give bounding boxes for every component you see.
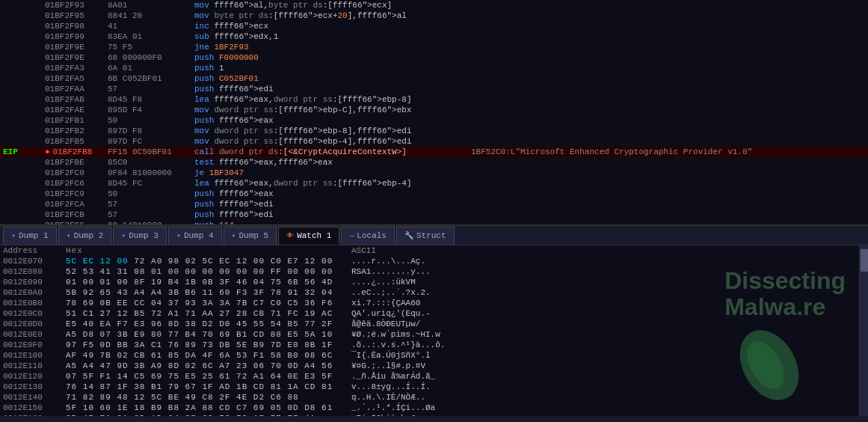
disasm-row[interactable]: 01BF2FAA 57 push ffff66">edi: [0, 84, 868, 94]
arrow-col: [0, 189, 45, 199]
disasm-row[interactable]: 01BF2FCB 57 push ffff66">edi: [0, 210, 868, 220]
disasm-row[interactable]: 01BF2FB5 897D FC mov dword ptr ss:[ffff6…: [0, 136, 868, 147]
hex-col: 57: [105, 199, 187, 210]
hex-col: 0F84 81000000: [105, 168, 187, 178]
arrow-col: [0, 168, 45, 178]
tab-label: Dump 2: [74, 231, 104, 240]
tab-dump2[interactable]: ▪Dump 2: [58, 227, 112, 245]
disasm-row[interactable]: 01BF2FB2 897D F8 mov dword ptr ss:[ffff6…: [0, 126, 868, 136]
dump-row[interactable]: 0012E080 52 53 41 31 08 01 00 00 00 00 0…: [0, 266, 859, 277]
dump-row[interactable]: 0012E0B0 78 69 0B EE CC 04 37 93 3A 3A 7…: [0, 298, 859, 308]
comment-col: 1BF52C0:L"Microsoft Enhanced Cryptograph…: [471, 147, 868, 157]
dump-hex: E5 40 EA F7 E3 96 8D 38 D2 D0 45 55 54 B…: [60, 319, 344, 329]
mnemonic: push: [194, 189, 214, 198]
dump-addr: 0012E100: [0, 350, 60, 361]
arrow-col: [0, 220, 45, 224]
tab-watch1[interactable]: 👁Watch 1: [278, 227, 339, 245]
dump-row[interactable]: 0012E110 A5 A4 47 9D 3B A9 8D 02 6C A7 2…: [0, 361, 859, 371]
comment-col: [471, 63, 868, 73]
dump-hex: 07 5F F1 14 C5 69 75 E5 25 61 72 A1 64 0…: [60, 371, 344, 382]
mnemonic: push: [194, 116, 214, 125]
mnemonic: mov: [194, 11, 209, 20]
disasm-row[interactable]: 01BF2FC9 50 push ffff66">eax: [0, 189, 868, 199]
tab-dump4[interactable]: ▪Dump 4: [168, 227, 222, 245]
dump-row[interactable]: 0012E140 71 82 89 48 12 5C BE 49 C8 2F 4…: [0, 392, 859, 403]
dump-row[interactable]: 0012E100 AF 49 7B 02 CB 61 85 DA 4F 6A 5…: [0, 350, 859, 361]
hex-col: FF15 0C50BF01: [105, 147, 187, 157]
hex-col: 8A01: [105, 0, 187, 10]
disasm-row[interactable]: 01BF2FA5 6B C052BF01 push C052BF01: [0, 73, 868, 84]
disasm-row[interactable]: 01BF2FCA 57 push ffff66">edi: [0, 199, 868, 210]
dump-table: Address Hex ASCII 0012E070 5C EC 12 00 7…: [0, 245, 859, 416]
hex-col: 57: [105, 84, 187, 94]
addr-col: 01BF2F98: [45, 21, 105, 31]
addr-col: 01BF2FB5: [45, 136, 105, 147]
dump-row[interactable]: 0012E0F0 97 F5 0D BB 3A C1 76 89 73 DB 5…: [0, 340, 859, 350]
mnemonic: push: [194, 64, 214, 73]
arrow-col: [0, 210, 45, 220]
tab-dump3[interactable]: ▪Dump 3: [113, 227, 167, 245]
dump-row[interactable]: 0012E070 5C EC 12 00 72 A0 98 02 5C EC 1…: [0, 256, 859, 266]
disasm-col: mov dword ptr ss:[ffff66">ebp-8],ffff66"…: [187, 126, 471, 136]
disasm-row[interactable]: 01BF2F95 8841 20 mov byte ptr ds:[ffff66…: [0, 10, 868, 21]
disasm-row[interactable]: 01BF2FAE 895D F4 mov dword ptr ss:[ffff6…: [0, 105, 868, 115]
addr-col: 01BF2F95: [45, 10, 105, 21]
dump-row[interactable]: 0012E0E0 A5 D8 07 3B E9 80 77 B4 70 69 B…: [0, 329, 859, 340]
dump-row[interactable]: 0012E0A0 5B 92 65 43 A4 A4 3B B6 11 60 F…: [0, 287, 859, 298]
dump-row[interactable]: 0012E120 07 5F F1 14 C5 69 75 E5 25 61 7…: [0, 371, 859, 382]
mnemonic: mov: [194, 1, 209, 10]
disasm-row[interactable]: 01BF2FBE 85C0 test ffff66">eax,ffff66">e…: [0, 157, 868, 168]
disasm-row[interactable]: 01BF2FCC 68 14010000 push 114: [0, 220, 868, 224]
dump-addr: 0012E150: [0, 403, 60, 413]
eip-label: EIP: [3, 147, 21, 156]
dump-row[interactable]: 0012E0D0 E5 40 EA F7 E3 96 8D 38 D2 D0 4…: [0, 319, 859, 329]
dump-hex: 76 14 87 1F 38 B1 79 67 1F AD 1B CD 81 1…: [60, 382, 344, 392]
dump-ascii: .õ..:.v.s.^¹}à...ô.: [344, 340, 859, 350]
arrow-col: [0, 52, 45, 63]
dump-row[interactable]: 0012E160 3B 45 E1 9A 8D AD 24 C7 62 EC F…: [0, 413, 859, 416]
dump-row[interactable]: 0012E130 76 14 87 1F 38 B1 79 67 1F AD 1…: [0, 382, 859, 392]
disasm-col: mov byte ptr ds:[ffff66">ecx+20],ffff66"…: [187, 10, 471, 21]
disasm-row[interactable]: 01BF2FAB 8D45 F8 lea ffff66">eax,dword p…: [0, 94, 868, 105]
disasm-row[interactable]: 01BF2F93 8A01 mov ffff66">al,byte ptr ds…: [0, 0, 868, 10]
disasm-row[interactable]: 01BF2FC6 8D45 FC lea ffff66">eax,dword p…: [0, 178, 868, 189]
addr-col: 01BF2F93: [45, 0, 105, 10]
dump-row[interactable]: 0012E090 01 00 01 00 8F 19 B4 1B 0B 3F 4…: [0, 277, 859, 287]
disasm-row[interactable]: 01BF2FA3 6A 01 push 1: [0, 63, 868, 73]
dump-row[interactable]: 0012E0C0 51 C1 27 12 B5 72 A1 71 AA 27 2…: [0, 308, 859, 319]
dump-addr: 0012E130: [0, 382, 60, 392]
eip-dot: ●: [45, 147, 50, 156]
addr-col: 01BF2FAB: [45, 94, 105, 105]
disasm-col: call dword ptr ds:[<&CryptAcquireContext…: [187, 147, 471, 157]
disasm-row[interactable]: 01BF2FB1 50 push ffff66">eax: [0, 115, 868, 126]
mnemonic: jne: [194, 43, 209, 52]
disasm-row[interactable]: 01BF2F9E 68 000000F0 push F0000000: [0, 52, 868, 63]
hex-col: 83EA 01: [105, 31, 187, 42]
dump-addr: 0012E0D0: [0, 319, 60, 329]
dump-hex: 01 00 01 00 8F 19 B4 1B 0B 3F 46 04 75 6…: [60, 277, 344, 287]
disasm-row[interactable]: 01BF2F99 83EA 01 sub ffff66">edx,1: [0, 31, 868, 42]
dump-row[interactable]: 0012E150 5F 10 60 1E 18 B9 B8 2A 88 CD C…: [0, 403, 859, 413]
scrollbar-thumb[interactable]: [861, 249, 868, 272]
comment-col: [471, 210, 868, 220]
disasm-row[interactable]: 01BF2FC0 0F84 81000000 je 1BF3047: [0, 168, 868, 178]
addr-col: 01BF2FC9: [45, 189, 105, 199]
tab-dump1[interactable]: ▪Dump 1: [3, 227, 57, 245]
disasm-row[interactable]: 01BF2F98 41 inc ffff66">ecx: [0, 21, 868, 31]
tab-struct[interactable]: 🔧Struct: [396, 227, 455, 245]
mnemonic: mov: [194, 137, 209, 146]
mnemonic: push: [194, 53, 214, 62]
disasm-row[interactable]: 01BF2F9E 75 F5 jne 1BF2F93: [0, 42, 868, 52]
dump-ascii: xi.7.:::{ÇAA60: [344, 298, 859, 308]
mnemonic: je: [194, 168, 204, 177]
dump-scrollbar[interactable]: [859, 245, 868, 416]
dump-hex: 3B 45 E1 9A 8D AD 24 C7 62 EC F2 17 FE F…: [60, 413, 344, 416]
comment-col: [471, 10, 868, 21]
addr-col: 01BF2FC6: [45, 178, 105, 189]
disasm-col: push C052BF01: [187, 73, 471, 84]
dump-addr: 0012E140: [0, 392, 60, 403]
disasm-row[interactable]: EIP ●01BF2FB8 FF15 0C50BF01 call dword p…: [0, 147, 868, 157]
dump-hex: 51 C1 27 12 B5 72 A1 71 AA 27 28 CB 71 F…: [60, 308, 344, 319]
tab-dump5[interactable]: ▪Dump 5: [224, 227, 277, 245]
tab-locals[interactable]: ↔Locals: [341, 227, 395, 245]
